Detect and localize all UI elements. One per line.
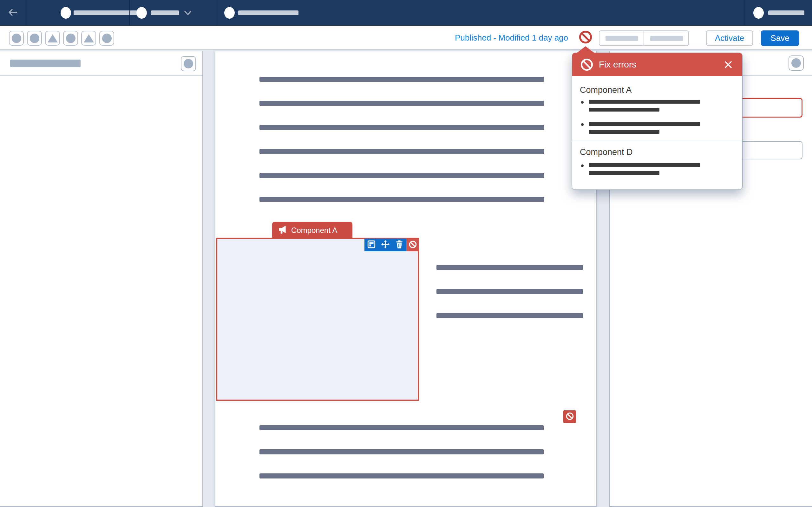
panel-collapse-button[interactable]: [789, 55, 804, 71]
top-navigation-bar: [0, 0, 812, 26]
ban-icon: [409, 240, 417, 250]
bullet-dot: [581, 101, 583, 104]
triangle-shape-icon: [48, 34, 58, 43]
redacted-error-text: [589, 163, 700, 167]
redacted-text-line: [259, 149, 544, 154]
avatar: [224, 7, 235, 19]
redacted-label-bar: [650, 36, 683, 41]
circle-shape-icon: [30, 34, 39, 43]
redacted-title-bar: [238, 10, 299, 15]
component-action-toolbar: [364, 239, 419, 251]
layout-icon: [367, 240, 376, 250]
error-section-heading: Component A: [580, 85, 632, 95]
popover-body: Fix errors Component A Component D: [572, 53, 743, 190]
redacted-text-line: [259, 449, 544, 454]
save-button[interactable]: Save: [761, 31, 799, 46]
sidebar-collapse-button[interactable]: [181, 56, 196, 71]
arrow-left-icon: [7, 7, 18, 19]
redacted-text-line: [259, 77, 544, 82]
component-error-chip[interactable]: [563, 410, 576, 423]
redacted-error-text: [589, 130, 659, 134]
preview-mode-group: [599, 31, 689, 46]
component-tag-label: Component A: [291, 226, 337, 235]
workspace-section-2[interactable]: [216, 0, 317, 26]
redacted-title-bar: [151, 10, 179, 15]
tool-button-1[interactable]: [9, 31, 24, 46]
redacted-error-text: [589, 122, 700, 126]
avatar: [136, 7, 147, 19]
redacted-text-line: [437, 265, 583, 270]
trash-icon: [395, 240, 403, 250]
popover-section-divider: [572, 141, 743, 141]
redacted-error-text: [589, 100, 700, 104]
move-icon: [381, 240, 390, 250]
redacted-text-line: [259, 473, 544, 478]
preview-mode-button-1[interactable]: [600, 31, 644, 45]
component-delete-button[interactable]: [392, 239, 406, 251]
tool-button-2[interactable]: [27, 31, 42, 46]
redacted-error-text: [589, 171, 659, 175]
app-screen: Published - Modified 1 day ago Activate …: [0, 0, 812, 507]
ban-icon: [578, 30, 593, 46]
page-canvas[interactable]: Component A: [215, 51, 597, 507]
bullet-dot: [581, 123, 583, 126]
avatar: [61, 7, 71, 19]
fix-errors-popover: Fix errors Component A Component D: [572, 46, 743, 190]
bullet-dot: [581, 164, 583, 167]
ban-icon: [580, 58, 594, 72]
workspace-section-1[interactable]: [26, 0, 130, 26]
component-move-button[interactable]: [378, 239, 392, 251]
activate-button[interactable]: Activate: [706, 31, 753, 46]
redacted-text-line: [259, 125, 544, 130]
avatar: [753, 7, 764, 19]
redacted-label-bar: [606, 36, 638, 41]
popover-header: Fix errors: [572, 53, 742, 76]
triangle-shape-icon: [84, 34, 94, 43]
tool-button-4[interactable]: [63, 31, 78, 46]
redacted-title-bar: [768, 10, 804, 15]
sidebar-header-divider: [0, 75, 202, 76]
redacted-text-line: [259, 197, 544, 202]
megaphone-icon: [272, 225, 291, 236]
circle-shape-icon: [12, 34, 21, 43]
popover-pointer: [575, 46, 596, 54]
redacted-text-line: [259, 425, 544, 430]
redacted-text-line: [259, 101, 544, 106]
chevron-down-icon: [183, 9, 192, 18]
error-section-heading: Component D: [580, 147, 633, 157]
publish-status-text: Published - Modified 1 day ago: [455, 26, 568, 50]
selected-component-region[interactable]: [216, 238, 419, 401]
component-error-button[interactable]: [406, 239, 419, 251]
panel-gap: [203, 50, 215, 507]
circle-glyph-icon: [184, 59, 193, 68]
redacted-sidebar-title: [10, 60, 81, 67]
back-button[interactable]: [7, 7, 18, 19]
user-menu[interactable]: [744, 0, 812, 26]
component-settings-button[interactable]: [364, 239, 378, 251]
redacted-text-line: [437, 313, 583, 318]
popover-title: Fix errors: [599, 60, 636, 70]
circle-shape-icon: [102, 34, 112, 43]
circle-glyph-icon: [792, 58, 801, 68]
tool-button-5[interactable]: [81, 31, 96, 46]
workspace-switcher[interactable]: [130, 0, 216, 26]
close-icon[interactable]: [723, 60, 733, 70]
tool-button-6[interactable]: [99, 31, 114, 46]
page-errors-button[interactable]: [578, 30, 593, 45]
redacted-error-text: [589, 108, 659, 112]
circle-shape-icon: [66, 34, 75, 43]
selected-component-tag: Component A: [272, 222, 352, 239]
tool-button-3[interactable]: [45, 31, 60, 46]
preview-mode-button-2[interactable]: [644, 31, 688, 45]
ban-icon: [565, 412, 574, 422]
components-sidebar: [0, 51, 203, 507]
redacted-text-line: [259, 173, 544, 178]
redacted-text-line: [437, 289, 583, 294]
